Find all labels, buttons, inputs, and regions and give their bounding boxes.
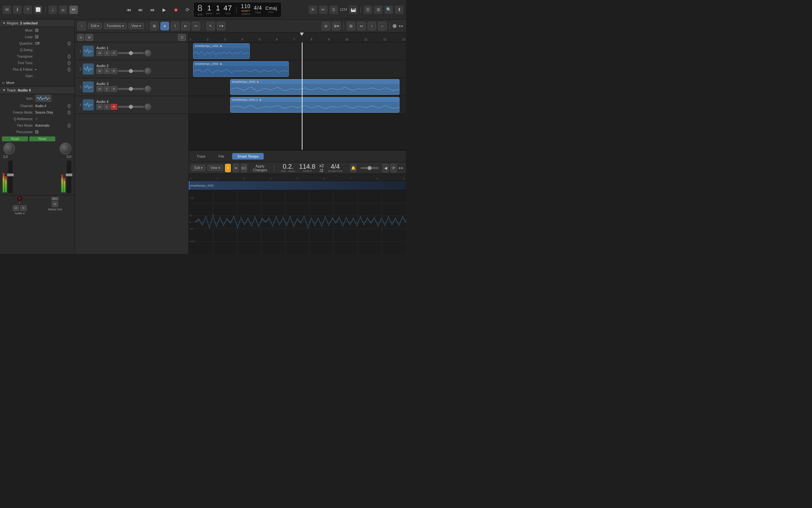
- fast-forward-button[interactable]: ⏭: [136, 5, 145, 14]
- marker-btn[interactable]: ⊳: [181, 22, 190, 30]
- fine-tune-stepper[interactable]: ⟨⟩: [67, 60, 71, 66]
- track-fader-1[interactable]: [118, 52, 144, 54]
- track-tab[interactable]: Track: [191, 153, 211, 160]
- cycle-btn[interactable]: ↔: [378, 22, 387, 30]
- mute-btn-1[interactable]: M: [96, 50, 103, 56]
- channel-stepper[interactable]: ⟨⟩: [67, 103, 71, 109]
- record-btn-1[interactable]: R: [111, 50, 117, 56]
- m-button-2[interactable]: M: [52, 201, 58, 207]
- tempo-fader[interactable]: [360, 167, 379, 169]
- mute-checkbox[interactable]: [35, 29, 38, 32]
- edit-pen-icon[interactable]: ✏: [319, 5, 327, 14]
- fader-2[interactable]: [67, 161, 71, 193]
- read-button-2[interactable]: Read: [29, 136, 55, 141]
- volume-knob-1[interactable]: [3, 143, 15, 154]
- region-smarttempo-4[interactable]: smarttempo_3#02.1: [230, 97, 400, 113]
- expand-tracks-btn[interactable]: ⊡: [178, 34, 186, 41]
- freeze-mode-stepper[interactable]: ⟨⟩: [67, 110, 71, 115]
- fader-1[interactable]: [8, 161, 13, 193]
- grid-view-btn[interactable]: ⊞: [150, 22, 159, 30]
- track-vol-knob-3[interactable]: [144, 86, 151, 92]
- track-fader-3[interactable]: [118, 88, 144, 90]
- zoom-in-btn[interactable]: ⊕▾: [332, 22, 341, 30]
- st-s-btn[interactable]: s⟨⟩: [241, 164, 247, 172]
- edit-menu-btn[interactable]: Edit ▾: [88, 23, 102, 29]
- solo-btn-3[interactable]: S: [103, 86, 110, 92]
- solo-btn-1[interactable]: S: [103, 50, 110, 56]
- st-left-btn[interactable]: ◂: [399, 166, 401, 170]
- track-vol-knob-4[interactable]: [144, 103, 151, 110]
- pointer-tool-btn[interactable]: ↖: [207, 22, 215, 30]
- snap-btn[interactable]: ⊞: [347, 22, 355, 30]
- region-smarttempo-2[interactable]: smarttempo_2#04: [193, 61, 288, 77]
- track-fader-2[interactable]: [118, 70, 144, 72]
- functions-menu-btn[interactable]: Functions ▾: [104, 23, 126, 29]
- apply-changes-button[interactable]: Apply Changes: [249, 163, 271, 173]
- more-section-header[interactable]: ▷ More: [0, 79, 75, 87]
- x-icon[interactable]: ✕: [309, 5, 317, 14]
- view-menu-btn[interactable]: View ▾: [129, 23, 144, 29]
- up-arrow-btn[interactable]: ↑: [78, 22, 86, 30]
- mute-btn-4[interactable]: M: [96, 104, 103, 110]
- track-fader-4[interactable]: [118, 106, 144, 108]
- st-edit-menu-btn[interactable]: Edit ▾: [191, 165, 206, 171]
- region-smarttempo-1[interactable]: smarttempo_1#04: [193, 43, 250, 59]
- st-view-menu-btn[interactable]: View ▾: [208, 165, 223, 171]
- record-btn-3[interactable]: R: [111, 86, 117, 92]
- add-tool-btn[interactable]: +▾: [217, 22, 225, 30]
- track-vol-knob-1[interactable]: [144, 50, 151, 56]
- transpose-stepper[interactable]: ⟨⟩: [67, 54, 71, 59]
- st-beat-btn[interactable]: ⊳: [233, 164, 239, 172]
- search-icon[interactable]: 🔍: [385, 5, 393, 14]
- percussive-checkbox[interactable]: [35, 130, 38, 133]
- smart-tempo-tab[interactable]: Smart Tempo: [232, 153, 264, 160]
- rewind-button[interactable]: ⏮: [124, 5, 134, 14]
- left-arrow-btn[interactable]: ◂: [399, 24, 401, 28]
- solo-btn-2[interactable]: S: [103, 68, 110, 74]
- flex-follow-stepper[interactable]: ⟨⟩: [67, 67, 71, 72]
- s-icon[interactable]: S: [329, 5, 338, 14]
- st-marker-btn[interactable]: +: [225, 164, 231, 172]
- scissors-tool-btn[interactable]: ✂: [192, 22, 200, 30]
- metronome-icon[interactable]: ♩: [48, 5, 57, 14]
- right-arrow-btn[interactable]: ▸: [401, 24, 403, 28]
- file-tab[interactable]: File: [213, 153, 230, 160]
- track-section-header[interactable]: ▼ Track: Audio 4: [0, 87, 75, 94]
- fit-btn[interactable]: ⇔: [357, 22, 366, 30]
- play-st-btn[interactable]: ◀: [382, 164, 389, 172]
- waveform-icon-display[interactable]: [35, 95, 51, 102]
- st-right-btn[interactable]: ▸: [401, 166, 403, 170]
- m-button-1[interactable]: M: [13, 205, 19, 211]
- mute-btn-2[interactable]: M: [96, 68, 103, 74]
- flex-mode-stepper[interactable]: ⟨⟩: [67, 123, 71, 128]
- flex-btn[interactable]: ⌇: [171, 22, 179, 30]
- share-icon[interactable]: ⬆: [395, 5, 403, 14]
- add-track-button[interactable]: +: [78, 34, 84, 41]
- zoom-out-btn[interactable]: ⊖: [322, 22, 330, 30]
- solo-btn-4[interactable]: S: [103, 104, 110, 110]
- email-icon[interactable]: ✉: [3, 5, 11, 14]
- play-button[interactable]: ▶: [160, 5, 169, 14]
- grid-icon[interactable]: ⊞: [374, 5, 382, 14]
- s-button-1[interactable]: S: [20, 205, 27, 211]
- help-icon[interactable]: ?: [24, 5, 32, 14]
- metronome-btn-st[interactable]: 🔔: [350, 164, 357, 172]
- monitor-icon[interactable]: ⬜: [34, 5, 42, 14]
- scissors-icon[interactable]: ✂: [70, 5, 78, 14]
- go-to-start-button[interactable]: ⏮: [148, 5, 157, 14]
- read-button-1[interactable]: Read: [2, 136, 28, 141]
- record-button[interactable]: ⏺: [171, 5, 180, 14]
- piano-icon[interactable]: 🎹: [349, 5, 358, 14]
- configure-tracks-btn[interactable]: ⊞: [85, 34, 93, 41]
- record-btn-4[interactable]: R: [111, 104, 117, 110]
- list-view-btn[interactable]: ≡: [161, 22, 169, 30]
- loop-button[interactable]: ⟳: [183, 5, 192, 14]
- stretch-btn[interactable]: ↕: [368, 22, 376, 30]
- region-section-header[interactable]: ▼ Region: 2 selected: [0, 19, 75, 27]
- region-smarttempo-3[interactable]: smarttempo_3#02: [230, 79, 400, 95]
- loop-st-btn[interactable]: ⟳: [390, 164, 397, 172]
- mute-btn-3[interactable]: M: [96, 86, 103, 92]
- loop-checkbox[interactable]: [35, 35, 38, 38]
- track-vol-knob-2[interactable]: [144, 68, 151, 74]
- volume-knob-2[interactable]: [59, 143, 71, 154]
